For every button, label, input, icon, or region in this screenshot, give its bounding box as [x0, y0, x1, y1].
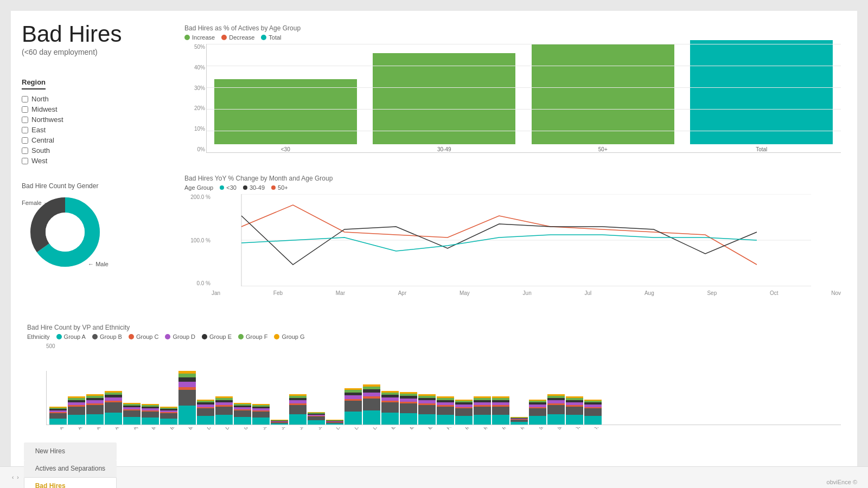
- bar-x-label: June Foster: [307, 427, 324, 452]
- bar-segment: [215, 415, 233, 425]
- donut-title: Bad Hire Count by Gender: [22, 182, 174, 190]
- tab-next-arrow[interactable]: ›: [16, 473, 20, 481]
- legend-dot: [221, 35, 227, 40]
- bar-segment: [381, 402, 399, 413]
- top-bar-chart: Bad Hires as % of Actives by Age Group I…: [179, 22, 846, 166]
- bar-x-label: Patty Gallop: [436, 427, 454, 452]
- tab-prev-arrow[interactable]: ‹: [11, 473, 15, 481]
- region-items: NorthMidwestNorthwestEastCentralSouthWes…: [22, 94, 174, 166]
- bar-segment: [308, 420, 325, 425]
- bar-segment: [584, 416, 602, 425]
- bar-x-label: Anabell Hyn...: [67, 427, 85, 452]
- tab-actives-and-separations[interactable]: Actives and Separations: [24, 460, 117, 477]
- region-checkbox-midwest[interactable]: [22, 106, 28, 113]
- bar-x-label: Trudy Fitch: [584, 427, 601, 452]
- stacked-bar: [142, 371, 159, 425]
- region-item-central[interactable]: Central: [22, 135, 174, 145]
- line-under30: [241, 235, 757, 251]
- bottom-legend-item: Group B: [92, 333, 122, 340]
- legend-50plus: 50+: [271, 184, 288, 191]
- bar-segment: [49, 419, 67, 425]
- middle-line-chart: Bad Hires YoY % Change by Month and Age …: [179, 172, 846, 316]
- bar-x-label: Sherley Rhy...: [547, 427, 564, 452]
- stacked-bar: [566, 371, 583, 425]
- region-item-north[interactable]: North: [22, 94, 174, 104]
- page-title: Bad Hires: [22, 22, 174, 47]
- bar-x-label: Jerri Ebron: [270, 427, 288, 452]
- bar-segment: [252, 412, 270, 418]
- bottom-x-labels: Aliza FeketeAnabell Hyn...Andrew Tho...A…: [46, 425, 841, 452]
- legend-text: Group E: [209, 333, 232, 340]
- stacked-bar: [234, 371, 251, 425]
- line-x-labels: JanFebMarAprMayJunJulAugSepOctNov: [212, 290, 841, 296]
- top-legend-item: Increase: [184, 34, 215, 41]
- x-label: Jul: [584, 290, 591, 296]
- bar-segment: [547, 405, 565, 414]
- branding: obviEnce ©: [827, 479, 857, 488]
- bar-segment: [566, 415, 583, 425]
- bar-x-label: Brett Jones: [178, 427, 195, 452]
- region-checkbox-north[interactable]: [22, 96, 28, 102]
- bar-segment: [529, 416, 546, 425]
- x-label: Jun: [523, 290, 532, 296]
- bar-x-label: Mikki Rein: [418, 427, 435, 452]
- region-item-label: Midwest: [31, 105, 58, 113]
- x-label: Feb: [273, 290, 283, 296]
- stacked-bar: [344, 371, 362, 425]
- bar-segment: [418, 405, 436, 414]
- stacked-bar: [271, 371, 288, 425]
- bar-segment: [418, 414, 436, 425]
- bottom-legend-item: Group D: [165, 333, 195, 340]
- region-item-midwest[interactable]: Midwest: [22, 104, 174, 114]
- region-checkbox-east[interactable]: [22, 127, 28, 133]
- bar-segment: [123, 417, 141, 425]
- bar-segment: [566, 407, 583, 415]
- bar-x-label: Jean Shagall: [252, 427, 269, 452]
- stacked-bar: [547, 371, 565, 425]
- bar-segment: [178, 390, 196, 406]
- stacked-bar: [437, 371, 454, 425]
- bar-segment: [289, 405, 307, 414]
- bar-segment: [363, 410, 380, 425]
- bar-segment: [308, 416, 325, 420]
- region-checkbox-central[interactable]: [22, 137, 28, 144]
- top-chart-title: Bad Hires as % of Actives by Age Group: [184, 24, 841, 32]
- bar-x-label: Dan Brown: [196, 427, 214, 452]
- bar-segment: [529, 408, 546, 416]
- tab-nav-arrows: ‹ ›: [11, 473, 20, 481]
- line-50plus: [241, 205, 757, 265]
- region-filter: Region NorthMidwestNorthwestEastCentralS…: [22, 78, 174, 166]
- region-checkbox-south[interactable]: [22, 147, 28, 154]
- region-item-northwest[interactable]: Northwest: [22, 114, 174, 125]
- legend-label-50plus: 50+: [278, 184, 288, 191]
- legend-dot: [202, 334, 207, 339]
- y-label-500: 500: [46, 343, 841, 349]
- region-checkbox-northwest[interactable]: [22, 117, 28, 123]
- bar-segment: [142, 412, 159, 418]
- bar-segment: [178, 382, 196, 387]
- bar-segment: [492, 407, 509, 415]
- legend-text: Group F: [246, 333, 267, 340]
- region-checkbox-west[interactable]: [22, 158, 28, 164]
- bar-x-label: Brad Eagles: [159, 427, 177, 452]
- legend-dot-30-49: [243, 185, 247, 190]
- region-item-south[interactable]: South: [22, 145, 174, 156]
- region-item-east[interactable]: East: [22, 125, 174, 135]
- line-y-axis: 200.0 % 100.0 % 0.0 %: [184, 194, 210, 286]
- legend-text: Group B: [100, 333, 122, 340]
- legend-dot-50plus: [271, 185, 276, 190]
- donut-container: Female → ← Male: [22, 194, 174, 270]
- stacked-bar: [49, 371, 67, 425]
- stacked-bar: [363, 371, 380, 425]
- stacked-bar: [178, 371, 196, 425]
- bar-x-label: Li Pennywell: [326, 427, 343, 452]
- bar-segment: [160, 413, 177, 419]
- tab-bad-hires[interactable]: Bad Hires: [24, 477, 117, 488]
- x-label: Mar: [336, 290, 345, 296]
- bar-segment: [455, 416, 473, 425]
- region-item-west[interactable]: West: [22, 156, 174, 166]
- bar-segment: [68, 407, 85, 415]
- stacked-bar: [252, 371, 270, 425]
- region-item-label: Northwest: [31, 115, 63, 124]
- bar-segment: [178, 374, 196, 377]
